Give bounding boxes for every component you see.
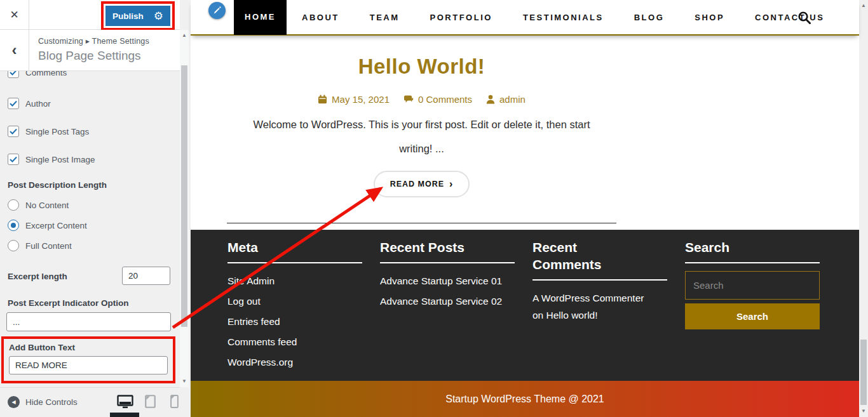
- checkbox-single-post-tags[interactable]: Single Post Tags: [8, 126, 89, 137]
- checkbox-checked-icon: [8, 98, 19, 109]
- footer-widget-recent-comments: Recent Comments A WordPress Commenter on…: [532, 239, 667, 324]
- post-excerpt: Welcome to WordPress. This is your first…: [227, 112, 616, 161]
- checkbox-checked-icon: [8, 71, 19, 78]
- widget-title-underline: [685, 262, 820, 263]
- checkbox-single-post-image[interactable]: Single Post Image: [8, 154, 95, 165]
- footer-search-input[interactable]: [685, 271, 820, 300]
- post-title: Hello World!: [227, 55, 616, 79]
- back-button[interactable]: ‹: [0, 30, 29, 70]
- search-icon[interactable]: [797, 11, 811, 27]
- tablet-icon: [145, 395, 156, 408]
- nav-item-home[interactable]: HOME: [234, 0, 287, 35]
- post-date: May 15, 2021: [318, 94, 390, 105]
- pencil-icon: [213, 6, 221, 15]
- chevron-right-icon: ›: [449, 181, 453, 187]
- radio-label: Excerpt Content: [25, 221, 87, 230]
- panel-title: Blog Page Settings: [38, 49, 149, 63]
- close-icon: ✕: [10, 9, 18, 21]
- panel-content: Comments Author Single Post Tags Single …: [0, 71, 180, 387]
- close-customizer-button[interactable]: ✕: [0, 0, 29, 29]
- post-excerpt-indicator-input[interactable]: [6, 312, 171, 331]
- radio-label: No Content: [25, 201, 69, 210]
- footer-widget-recent-posts: Recent Posts Advance Startup Service 01 …: [380, 239, 515, 312]
- controls-footer: ◀ Hide Controls: [0, 387, 180, 417]
- nav-item-portfolio[interactable]: PORTFOLIO: [415, 13, 508, 22]
- check-icon: [10, 100, 17, 107]
- header-text: Customizing ▸ Theme Settings Blog Page S…: [38, 36, 149, 63]
- customizer-sidebar: ✕ Publish ⚙ ‹ Customizing ▸ Theme Settin…: [0, 0, 191, 417]
- footer-link-site-admin[interactable]: Site Admin: [227, 271, 362, 291]
- comment-icon: [403, 95, 414, 104]
- footer-link-wordpress-org[interactable]: WordPress.org: [227, 352, 362, 373]
- widget-title-underline: [532, 279, 667, 281]
- widget-title: Recent Comments: [532, 239, 628, 273]
- excerpt-length-input[interactable]: [122, 267, 170, 285]
- site-preview: HOME ABOUT TEAM PORTFOLIO TESTIMONIALS B…: [191, 0, 868, 417]
- post-author-link[interactable]: admin: [486, 94, 526, 105]
- preview-tablet-button[interactable]: [145, 395, 156, 410]
- excerpt-length-label: Excerpt length: [8, 272, 67, 281]
- post-description-length-label: Post Description Length: [8, 180, 107, 190]
- mobile-icon: [170, 395, 179, 408]
- footer-copyright-bar: Startup WordPress Theme @ 2021: [191, 381, 859, 417]
- checkbox-checked-icon: [8, 154, 19, 165]
- post-meta: May 15, 2021 0 Comments admin: [227, 94, 616, 105]
- widget-title-underline: [380, 262, 515, 263]
- radio-label: Full Content: [25, 241, 72, 251]
- publish-button-group: Publish ⚙: [105, 6, 170, 26]
- breadcrumb: Customizing ▸ Theme Settings: [38, 36, 149, 46]
- edit-pencil-button[interactable]: [208, 2, 226, 19]
- checkbox-label: Single Post Image: [25, 155, 95, 164]
- person-icon: [486, 95, 495, 104]
- radio-selected-icon: [8, 220, 19, 231]
- radio-no-content[interactable]: No Content: [8, 199, 69, 211]
- site-footer: Meta Site Admin Log out Entries feed Com…: [191, 230, 859, 381]
- radio-excerpt-content[interactable]: Excerpt Content: [8, 220, 87, 231]
- recent-post-link-1[interactable]: Advance Startup Service 01: [380, 271, 515, 291]
- recent-comment-author[interactable]: A WordPress Commenter: [532, 289, 667, 307]
- check-icon: [10, 156, 17, 162]
- collapse-arrow-icon: ◀: [8, 396, 20, 408]
- add-button-text-label: Add Button Text: [9, 343, 168, 352]
- checkbox-comments[interactable]: Comments: [8, 71, 67, 78]
- widget-title-underline: [227, 262, 362, 263]
- post-excerpt-indicator-label: Post Excerpt Indicator Option: [8, 298, 129, 308]
- preview-mobile-button[interactable]: [170, 395, 179, 410]
- footer-link-comments-feed[interactable]: Comments feed: [227, 332, 362, 352]
- checkbox-author[interactable]: Author: [8, 98, 51, 109]
- nav-item-contact-us[interactable]: CONTACT US: [740, 13, 839, 22]
- footer-widget-meta: Meta Site Admin Log out Entries feed Com…: [227, 239, 362, 373]
- hide-controls-button[interactable]: ◀ Hide Controls: [8, 396, 78, 408]
- recent-post-link-2[interactable]: Advance Startup Service 02: [380, 291, 515, 312]
- radio-full-content[interactable]: Full Content: [8, 240, 72, 251]
- widget-title: Meta: [227, 239, 362, 256]
- publish-button[interactable]: Publish: [112, 11, 144, 21]
- read-more-button[interactable]: READ MORE ›: [374, 171, 470, 197]
- sidebar-scrollbar-thumb[interactable]: [181, 65, 187, 327]
- nav-item-about[interactable]: ABOUT: [287, 13, 355, 22]
- scroll-up-icon[interactable]: ▲: [180, 31, 189, 40]
- gear-icon[interactable]: ⚙: [154, 11, 163, 22]
- active-device-indicator: [110, 413, 139, 417]
- content-divider: [227, 223, 616, 223]
- sidebar-scrollbar[interactable]: ▲ ▼: [180, 30, 189, 387]
- customizer-screen: ✕ Publish ⚙ ‹ Customizing ▸ Theme Settin…: [0, 0, 868, 417]
- back-chevron-icon: ‹: [12, 41, 17, 58]
- nav-item-shop[interactable]: SHOP: [679, 13, 740, 22]
- nav-item-team[interactable]: TEAM: [355, 13, 415, 22]
- footer-link-entries-feed[interactable]: Entries feed: [227, 312, 362, 332]
- check-icon: [10, 71, 17, 76]
- recent-comment-post[interactable]: on Hello world!: [532, 307, 667, 324]
- nav-item-blog[interactable]: BLOG: [619, 13, 680, 22]
- footer-link-log-out[interactable]: Log out: [227, 291, 362, 312]
- scroll-up-icon[interactable]: ▲: [859, 1, 868, 10]
- scroll-down-icon[interactable]: ▼: [180, 377, 189, 386]
- preview-scrollbar[interactable]: ▲ ▼: [859, 0, 868, 417]
- nav-item-testimonials[interactable]: TESTIMONIALS: [508, 13, 619, 22]
- preview-scrollbar-thumb[interactable]: [860, 340, 867, 405]
- post-comments-link[interactable]: 0 Comments: [403, 94, 472, 105]
- scroll-down-icon[interactable]: ▼: [859, 407, 868, 416]
- preview-desktop-button[interactable]: [117, 395, 133, 411]
- footer-search-button[interactable]: Search: [685, 303, 820, 329]
- add-button-text-input[interactable]: [9, 356, 168, 374]
